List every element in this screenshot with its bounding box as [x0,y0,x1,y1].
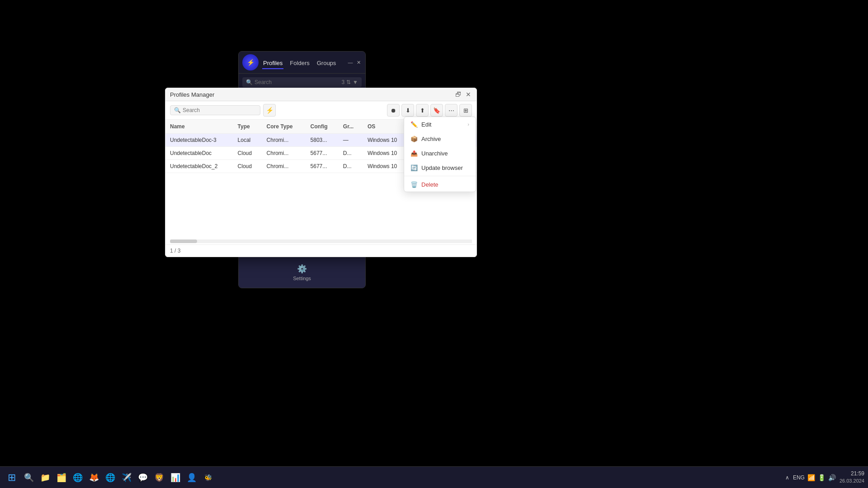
show-hidden-icon[interactable]: ∧ [785,474,789,481]
taskbar: ⊞ 🔍 📁 🗂️ 🌐 🦊 🌐 ✈️ 💬 🦁 📊 👤 🐝 ∧ ENG 📶 [0,466,868,488]
bg-minimize-button[interactable]: — [347,59,354,66]
row-config: 5803... [306,134,339,147]
windows-logo-icon: ⊞ [8,472,16,483]
folder-icon: 📁 [40,473,50,483]
app2-icon: 👤 [187,473,197,483]
bookmark-button[interactable]: 🔖 [430,104,443,117]
chrome-icon: 🌐 [73,473,83,483]
more-icon: ⋯ [448,107,454,114]
explorer-icon: 🗂️ [57,473,66,483]
minimize-button[interactable]: 🗗 [455,91,462,98]
taskbar-discord-icon[interactable]: 💬 [136,470,150,485]
close-button[interactable]: ✕ [465,91,472,98]
context-menu: ✏️ Edit › 📦 Archive 📤 Unarchive 🔄 Update… [404,117,476,192]
time-display: 21:59 [840,470,864,478]
search-input[interactable] [183,107,256,113]
taskbar-app1-icon[interactable]: 📊 [168,470,183,485]
bg-tab-groups[interactable]: Groups [316,58,337,69]
upload-icon: ⬆ [420,107,425,114]
taskbar-app2-icon[interactable]: 👤 [184,470,199,485]
taskbar-app3-icon[interactable]: 🐝 [201,470,215,485]
context-menu-edit[interactable]: ✏️ Edit › [404,117,476,131]
bg-window-controls: — ✕ [347,59,362,66]
bg-settings-bar: ⚙️ Settings [239,256,365,288]
update-browser-label: Update browser [421,164,463,171]
bg-count-badge: 3 [341,79,344,85]
taskbar-browser2-icon[interactable]: 🌐 [103,470,118,485]
row-core-type: Chromi... [262,147,306,160]
pagination-footer: 1 / 3 [165,244,476,257]
window-controls: 🗗 ✕ [455,91,472,98]
record-button[interactable]: ⏺ [387,104,400,117]
start-button[interactable]: ⊞ [4,469,20,486]
bg-titlebar: ⚡ Profiles Folders Groups — ✕ [239,52,365,74]
bg-filter-icon[interactable]: ▼ [353,79,358,85]
bg-search-input[interactable] [255,79,340,85]
context-menu-delete[interactable]: 🗑️ Delete [404,177,476,192]
app-logo: ⚡ [242,54,259,70]
refresh-icon: 🔄 [410,164,418,171]
taskbar-explorer-icon[interactable]: 🗂️ [54,470,69,485]
row-name: UndetectableDoc [165,147,233,160]
row-group: D... [339,147,363,160]
taskbar-telegram-icon[interactable]: ✈️ [119,470,134,485]
upload-button[interactable]: ⬆ [416,104,429,117]
search-icon: 🔍 [24,473,34,483]
archive-label: Archive [421,136,441,142]
context-menu-update-browser[interactable]: 🔄 Update browser [404,160,476,175]
row-name: UndetectableDoc_2 [165,160,233,173]
taskbar-brave-icon[interactable]: 🦁 [152,470,166,485]
delete-label: Delete [421,181,439,188]
row-config: 5677... [306,160,339,173]
bookmark-icon: 🔖 [433,107,440,114]
columns-icon: ⊞ [463,107,468,114]
edit-label: Edit [421,121,431,128]
columns-button[interactable]: ⊞ [459,104,472,117]
taskbar-chrome-icon[interactable]: 🌐 [71,470,85,485]
bg-settings-item[interactable]: ⚙️ Settings [293,264,311,281]
taskbar-files-icon[interactable]: 📁 [38,470,52,485]
browser2-icon: 🌐 [105,473,115,483]
more-button[interactable]: ⋯ [445,104,458,117]
lang-indicator: ENG [793,474,805,481]
settings-label: Settings [293,276,311,281]
col-name: Name [165,120,233,134]
brave-icon: 🦁 [154,473,164,483]
row-config: 5677... [306,147,339,160]
battery-icon[interactable]: 🔋 [818,474,826,481]
horizontal-scrollbar[interactable] [170,239,472,243]
bg-tab-profiles[interactable]: Profiles [262,58,283,69]
search-container: 🔍 [170,105,260,115]
clock: 21:59 26.03.2024 [840,470,864,484]
unarchive-label: Unarchive [421,150,448,157]
bg-close-button[interactable]: ✕ [355,59,362,66]
bg-tab-folders[interactable]: Folders [289,58,310,69]
system-tray: ENG 📶 🔋 🔊 [793,474,836,481]
context-menu-divider [404,176,476,176]
filter-icon: ⚡ [266,107,274,114]
col-config: Config [306,120,339,134]
col-type: Type [233,120,262,134]
bg-sort-icon[interactable]: ⇅ [346,79,351,85]
page-indicator: 1 / 3 [170,248,180,254]
main-titlebar: Profiles Manager 🗗 ✕ [165,88,476,101]
discord-icon: 💬 [138,473,148,483]
toolbar-actions: ⏺ ⬇ ⬆ 🔖 ⋯ ⊞ [387,104,472,117]
app3-icon: 🐝 [204,474,212,481]
submenu-arrow-icon: › [467,122,469,127]
volume-icon[interactable]: 🔊 [828,474,836,481]
delete-icon: 🗑️ [410,181,418,188]
taskbar-firefox-icon[interactable]: 🦊 [87,470,101,485]
scroll-thumb [170,239,197,243]
filter-button[interactable]: ⚡ [263,104,276,117]
taskbar-right: ∧ ENG 📶 🔋 🔊 21:59 26.03.2024 [785,470,864,484]
context-menu-unarchive[interactable]: 📤 Unarchive [404,146,476,160]
wifi-icon[interactable]: 📶 [807,474,815,481]
bg-search-icon: 🔍 [246,79,253,85]
record-icon: ⏺ [391,107,396,114]
taskbar-search-icon[interactable]: 🔍 [22,470,36,485]
download-button[interactable]: ⬇ [401,104,414,117]
row-type: Cloud [233,160,262,173]
context-menu-archive[interactable]: 📦 Archive [404,131,476,146]
unarchive-icon: 📤 [410,150,418,157]
